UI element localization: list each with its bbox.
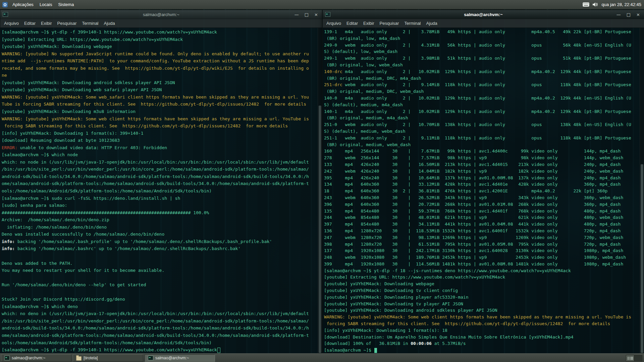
panel-tray: qua jan 28, 22:42:45 bbox=[583, 0, 644, 9]
scrollbar-thumb[interactable] bbox=[319, 106, 321, 353]
titlebar-right[interactable]: salmao@archvm:~ — □ × bbox=[323, 10, 644, 19]
terminal-menu-left-4[interactable]: Pesquisar bbox=[55, 21, 79, 26]
terminal-line: Deno was installed successfully to /home… bbox=[2, 231, 318, 238]
taskbar-item-1[interactable]: salmao@archvm:~ bbox=[1, 354, 71, 362]
terminal-text: [youtube] Extracting URL: https://www.yo… bbox=[324, 275, 505, 280]
terminal-screen-right[interactable]: 139-1 m4a audio only 2 | 3.78MiB 49k htt… bbox=[323, 28, 640, 353]
panel-clock[interactable]: qua jan 28, 22:42:45 bbox=[601, 2, 641, 7]
terminal-line: 140-drc m4a audio only 2 | 10.02MiB 129k… bbox=[324, 68, 640, 75]
terminal-icon bbox=[4, 356, 10, 360]
terminal-text: WARNING: [youtube] yxUYhEM4ack: Some web… bbox=[2, 116, 309, 121]
terminal-text: backing '/home/salmao/.bashrc' up to '/h… bbox=[15, 246, 240, 251]
terminal-line: [youtube] Extracting URL: https://www.yo… bbox=[2, 36, 318, 43]
terminal-line: [youtube] yxUYhEM4ack: Downloading web s… bbox=[2, 86, 318, 94]
terminal-line: [youtube] yxUYhEM4ack: Downloading tv pl… bbox=[324, 301, 640, 307]
terminal-line: [salmao@archvm ~]$ sudo curl -fsSL https… bbox=[2, 195, 318, 202]
terminal-screen-left[interactable]: [salmao@archvm ~]$ yt-dlp -f 399+140-1 h… bbox=[0, 28, 318, 353]
terminal-text: 137 mp4 644x362 30 | 242.17MiB 3130k h… bbox=[324, 248, 623, 253]
terminal-line: (BR) original, medium, DRC, m4a_dash bbox=[324, 75, 640, 82]
terminal-line: ome/salmao/android-sdk/platform-tools:/h… bbox=[2, 180, 318, 187]
terminal-text: Run '/home/salmao/.deno/bin/deno --help'… bbox=[2, 282, 146, 287]
terminal-text: /bin:/usr/bin/site_perl:/usr/bin/vendor_… bbox=[2, 318, 309, 323]
terminal-line: WARNING: [youtube] yxUYhEM4ack: Some web… bbox=[324, 314, 640, 320]
terminal-line: 396 mp4 640x360 30 | 20.72MiB 268k https… bbox=[324, 201, 640, 208]
terminal-line: (BR) original, medium, DRC, webm_dash bbox=[324, 88, 640, 95]
panel-menu-2[interactable]: Locais bbox=[37, 0, 55, 9]
terminal-text: [download] Resuming download at byte 101… bbox=[2, 138, 120, 143]
terminal-menu-right-6[interactable]: Ajuda bbox=[424, 21, 440, 26]
terminal-text: forcing SABR streaming for this client. … bbox=[2, 123, 288, 128]
terminal-line: 140-1 m4a audio only 2 | 10.02MiB 129k h… bbox=[324, 108, 640, 115]
terminal-line: 249-0 webm audio only 2 | 4.31MiB 56k ht… bbox=[324, 42, 640, 49]
terminal-line: S) (default), low, webm_dash bbox=[324, 48, 640, 55]
terminal-text: 251-drc bbox=[324, 82, 342, 87]
workspace-2[interactable] bbox=[634, 355, 642, 361]
scrollbar-thumb[interactable] bbox=[641, 164, 643, 353]
terminal-text: [youtube] yxUYhEM4ack: Downloading tv pl… bbox=[324, 301, 463, 306]
terminal-text: [salmao@archvm ~]$ sudo curl -fsSL https… bbox=[2, 196, 180, 201]
terminal-text: [youtube] yxUYhEM4ack: Downloading m3u8 … bbox=[2, 109, 136, 114]
terminal-menu-left-5[interactable]: Terminal bbox=[79, 21, 101, 26]
maximize-button[interactable]: □ bbox=[305, 12, 309, 17]
terminal-menu-left-3[interactable]: Exibir bbox=[39, 21, 54, 26]
terminal-line: You may need to restart your shell for i… bbox=[2, 267, 318, 274]
close-button[interactable]: × bbox=[314, 12, 318, 17]
window-list: salmao@archvm:~[tirotela]salmao@archvm:~ bbox=[1, 354, 215, 362]
terminal-line: 135 mp4 854x480 30 | 59.37MiB 768k https… bbox=[324, 208, 640, 215]
terminal-text: ome/salmao/android-sdk/platform-tools:/h… bbox=[2, 181, 309, 186]
terminal-text: 396 mp4 640x360 30 | 20.72MiB 268k https… bbox=[324, 202, 621, 207]
terminal-line: 247 webm 1280x720 30 | 98.13MiB 1269k ht… bbox=[324, 234, 640, 241]
terminal-menu-right-5[interactable]: Terminal bbox=[402, 21, 423, 26]
minimize-button[interactable]: — bbox=[616, 12, 621, 17]
maximize-button[interactable]: □ bbox=[627, 12, 631, 17]
panel-menu-3[interactable]: Sistema bbox=[55, 0, 77, 9]
terminal-menu-right-2[interactable]: Editar bbox=[344, 21, 360, 26]
minimize-button[interactable]: — bbox=[294, 12, 299, 17]
panel-menu-1[interactable]: Aplicações bbox=[9, 0, 37, 9]
terminal-text: info: bbox=[2, 239, 15, 244]
terminal-menu-right-1[interactable]: Arquivo bbox=[324, 21, 343, 26]
terminal-text: 140-1 m4a audio only 2 | 10.02MiB 129k h… bbox=[324, 109, 631, 114]
terminal-text: 139-1 m4a audio only 2 | 3.78MiB 49k htt… bbox=[324, 29, 631, 34]
taskbar-item-label: [tirotela] bbox=[84, 356, 98, 360]
terminal-menu-left-6[interactable]: Ajuda bbox=[102, 21, 117, 26]
terminal-line: 399 mp4 644x362 30 | 114.56MiB 1481k h… bbox=[324, 261, 640, 267]
scrollbar-right[interactable] bbox=[640, 28, 644, 353]
terminal-line: 248 webm 644x362 30 | 189.76MiB 2453k … bbox=[324, 254, 640, 261]
terminal-text: Stuck? Join our Discord https://discord.… bbox=[2, 297, 125, 302]
terminal-menu-right-3[interactable]: Exibir bbox=[361, 21, 377, 26]
terminal-text: forcing SABR streaming for this client. … bbox=[324, 321, 610, 326]
terminal-text: 244 webm 854x480 30 | 48.01MiB 621k http… bbox=[324, 215, 623, 220]
terminal-menu-right-4[interactable]: Pesquisar bbox=[377, 21, 401, 26]
terminal-text: [youtube] yxUYhEM4ack: Downloading webpa… bbox=[324, 281, 434, 286]
terminal-line: info: backing '/home/salmao/.bashrc' up … bbox=[2, 245, 318, 252]
terminal-line: 395 mp4 426x240 30 | 10.64MiB 137k https… bbox=[324, 175, 640, 181]
terminal-line: 134 mp4 640x360 30 | 33.12MiB 428k https… bbox=[324, 181, 640, 188]
terminal-menu-left-2[interactable]: Editar bbox=[22, 21, 38, 26]
terminal-text: ERROR: bbox=[2, 145, 17, 150]
taskbar-item-2[interactable]: [tirotela] bbox=[73, 354, 143, 362]
keyboard-layout-icon[interactable] bbox=[583, 2, 589, 7]
terminal-menu-left-1[interactable]: Arquivo bbox=[2, 21, 21, 26]
terminal-text: [sudo] senha para salmao: bbox=[2, 203, 70, 208]
titlebar-left[interactable]: salmao@archvm:~ — □ × bbox=[0, 10, 322, 19]
terminal-text: 18 mp4 640x360 30 2 | 36.81MiB 476k http… bbox=[324, 188, 607, 193]
terminal-text: webm audio only 2 | 9.14MiB 118k https |… bbox=[342, 82, 631, 87]
terminal-line: [youtube] Extracting URL: https://www.yo… bbox=[324, 274, 640, 281]
terminal-text: backing '/home/salmao/.bash_profile' up … bbox=[15, 239, 272, 244]
terminal-text: [youtube] yxUYhEM4ack: Downloading playe… bbox=[324, 295, 468, 300]
terminal-text: android-sdk/build-tools/34.0.0:/home/sal… bbox=[2, 325, 309, 330]
terminal-text: info: bbox=[2, 246, 15, 251]
terminal-text: 243 webm 640x360 30 | 26.52MiB 343k http… bbox=[324, 195, 623, 200]
close-button[interactable]: × bbox=[636, 12, 640, 17]
terminal-line: 251-1 webm audio only 2 | 9.11MiB 118k h… bbox=[324, 135, 640, 141]
terminal-text: 251-1 webm audio only 2 | 9.11MiB 118k h… bbox=[324, 135, 631, 140]
scrollbar-left[interactable] bbox=[318, 28, 322, 353]
distro-menu-icon[interactable] bbox=[2, 2, 8, 8]
terminal-menubar-left: ArquivoEditarExibirPesquisarTerminalAjud… bbox=[0, 19, 322, 28]
volume-icon[interactable] bbox=[593, 2, 598, 7]
workspace-1[interactable] bbox=[626, 355, 634, 361]
terminal-text: 397 mp4 854x480 30 | 34.11MiB 441k https… bbox=[324, 222, 621, 227]
taskbar-item-3[interactable]: salmao@archvm:~ bbox=[145, 354, 215, 362]
terminal-text: WARNING: [youtube] yxUYhEM4ack: Some web… bbox=[324, 314, 631, 319]
